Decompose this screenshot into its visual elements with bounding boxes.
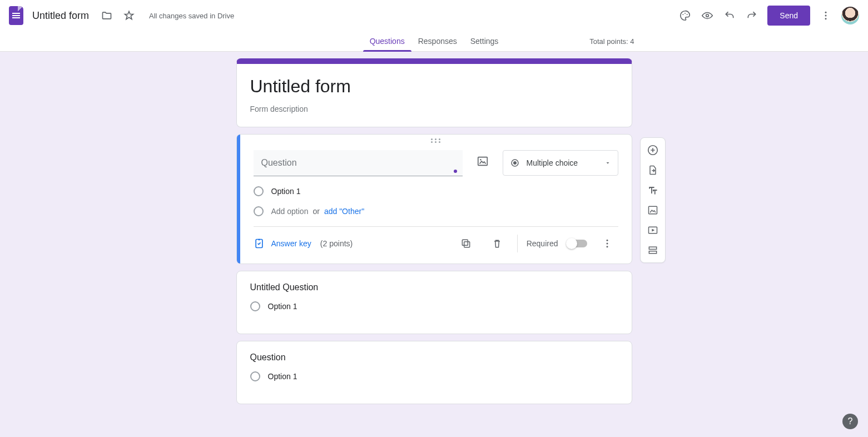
duplicate-button[interactable] xyxy=(455,232,477,255)
undo-button[interactable] xyxy=(718,4,741,27)
svg-rect-22 xyxy=(649,251,656,254)
save-status: All changes saved in Drive xyxy=(149,12,234,20)
radio-indicator-icon xyxy=(254,206,264,216)
add-section-button[interactable] xyxy=(643,241,663,259)
star-icon xyxy=(123,10,135,21)
add-title-button[interactable] xyxy=(643,181,663,199)
svg-point-17 xyxy=(606,246,608,247)
video-icon xyxy=(647,225,658,236)
option-label[interactable]: Option 1 xyxy=(271,187,301,196)
option-row: Option 1 xyxy=(250,301,618,311)
add-question-button[interactable] xyxy=(643,141,663,159)
required-label: Required xyxy=(527,239,558,248)
star-button[interactable] xyxy=(118,4,140,27)
answer-key-icon xyxy=(254,238,265,249)
tab-settings[interactable]: Settings xyxy=(464,31,505,51)
import-icon xyxy=(647,165,658,176)
add-option-row: Add option or add "Other" xyxy=(254,206,618,216)
add-image-button-side[interactable] xyxy=(643,201,663,219)
form-canvas: Untitled form Form description xyxy=(0,52,868,437)
svg-point-15 xyxy=(606,240,608,241)
total-points: Total points: 4 xyxy=(589,37,634,46)
more-vert-icon xyxy=(820,10,831,21)
separator xyxy=(517,235,518,252)
radio-indicator-icon xyxy=(250,371,260,381)
svg-point-0 xyxy=(683,14,684,15)
eye-icon xyxy=(701,9,713,22)
svg-point-5 xyxy=(825,15,827,17)
move-to-folder-button[interactable] xyxy=(96,4,118,27)
svg-point-4 xyxy=(825,12,827,13)
radio-icon xyxy=(510,158,520,168)
redo-button[interactable] xyxy=(741,4,763,27)
help-button[interactable]: ? xyxy=(842,414,858,429)
redo-icon xyxy=(746,10,757,21)
question-more-button[interactable] xyxy=(596,232,618,255)
svg-point-16 xyxy=(606,243,608,245)
add-option-button[interactable]: Add option xyxy=(271,207,309,216)
undo-icon xyxy=(724,10,735,21)
svg-rect-21 xyxy=(649,247,656,249)
drag-handle[interactable] xyxy=(254,135,618,148)
image-icon xyxy=(477,155,489,167)
question-title: Untitled Question xyxy=(250,282,618,292)
question-card[interactable]: Question Option 1 xyxy=(236,341,632,404)
question-card-active[interactable]: Multiple choice Option 1 Add option or xyxy=(236,134,632,264)
more-menu-button[interactable] xyxy=(815,4,837,27)
dropdown-arrow-icon xyxy=(604,160,611,166)
form-title[interactable]: Untitled form xyxy=(250,76,618,97)
preview-button[interactable] xyxy=(696,4,718,27)
side-toolbar xyxy=(640,137,666,263)
svg-point-1 xyxy=(685,13,686,14)
answer-key-button[interactable]: Answer key xyxy=(254,238,311,249)
radio-indicator-icon xyxy=(250,301,260,311)
doc-title[interactable]: Untitled form xyxy=(32,10,89,22)
add-other-button[interactable]: add "Other" xyxy=(324,207,364,216)
palette-icon xyxy=(679,9,691,22)
type-label: Multiple choice xyxy=(527,158,578,167)
drag-icon xyxy=(431,138,441,144)
forms-logo-icon[interactable] xyxy=(9,6,23,25)
plus-circle-icon xyxy=(647,144,659,156)
svg-point-6 xyxy=(825,18,827,19)
tab-responses[interactable]: Responses xyxy=(411,31,464,51)
radio-indicator-icon xyxy=(254,186,264,196)
add-image-button[interactable] xyxy=(472,150,494,172)
text-icon xyxy=(647,185,658,196)
account-avatar[interactable] xyxy=(841,7,859,24)
form-title-card[interactable]: Untitled form Form description xyxy=(236,58,632,127)
option-row: Option 1 xyxy=(250,371,618,381)
svg-rect-13 xyxy=(464,242,469,247)
svg-point-8 xyxy=(480,159,481,160)
more-vert-icon xyxy=(602,238,613,249)
trash-icon xyxy=(492,238,503,249)
tabs-row: Questions Responses Settings Total point… xyxy=(0,31,868,52)
section-icon xyxy=(647,245,658,256)
delete-button[interactable] xyxy=(486,232,508,255)
svg-point-10 xyxy=(513,161,517,165)
svg-rect-7 xyxy=(478,157,487,166)
required-toggle[interactable] xyxy=(567,240,587,247)
svg-rect-12 xyxy=(258,239,260,241)
question-title: Question xyxy=(250,352,618,362)
tab-questions[interactable]: Questions xyxy=(363,31,411,51)
add-video-button[interactable] xyxy=(643,221,663,239)
question-card[interactable]: Untitled Question Option 1 xyxy=(236,271,632,334)
send-button[interactable]: Send xyxy=(767,6,810,26)
svg-rect-14 xyxy=(462,240,468,245)
svg-point-2 xyxy=(687,14,688,15)
option-label: Option 1 xyxy=(268,302,297,311)
folder-icon xyxy=(101,10,112,21)
svg-rect-19 xyxy=(648,206,657,213)
customize-theme-button[interactable] xyxy=(674,4,696,27)
points-label: (2 points) xyxy=(320,239,353,248)
option-label: Option 1 xyxy=(268,372,297,381)
import-questions-button[interactable] xyxy=(643,161,663,179)
option-row[interactable]: Option 1 xyxy=(254,186,618,196)
copy-icon xyxy=(460,238,472,249)
question-type-selector[interactable]: Multiple choice xyxy=(503,150,618,176)
app-header: Untitled form All changes saved in Drive… xyxy=(0,0,868,31)
form-description[interactable]: Form description xyxy=(250,105,618,113)
question-title-input[interactable] xyxy=(254,150,463,176)
svg-point-3 xyxy=(706,14,709,17)
